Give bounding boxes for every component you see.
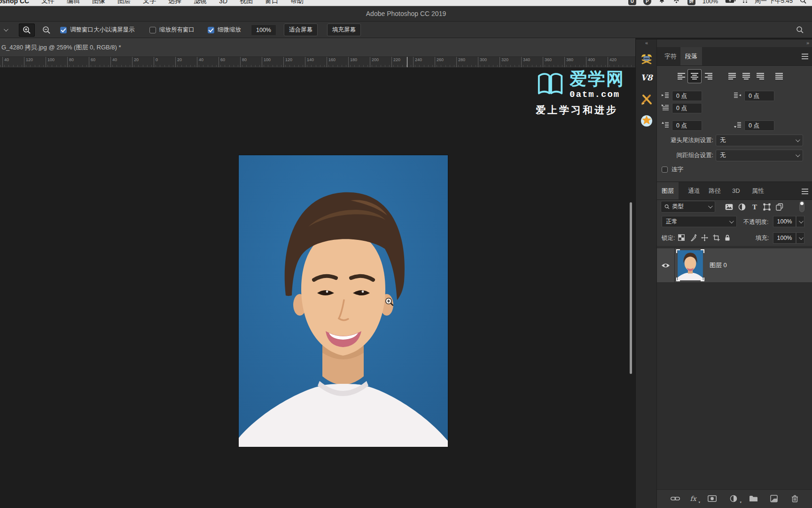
fill-value[interactable]: 100% [773, 232, 796, 244]
menubar-clock[interactable]: 周一 下午5:45 [755, 0, 793, 5]
layer-thumbnail[interactable] [677, 250, 703, 280]
filter-type-layers-icon[interactable]: T [750, 202, 760, 212]
layers-panel-menu-icon[interactable] [802, 191, 808, 192]
lock-image-pixels-icon[interactable] [688, 233, 697, 242]
layer-row-selected[interactable]: 图层 0 [657, 248, 812, 282]
resize-window-checkbox[interactable]: 调整窗口大小以满屏显示 [60, 22, 135, 38]
checkbox-checked-icon[interactable] [60, 27, 67, 33]
menu-type[interactable]: 文字 [143, 0, 156, 5]
menubar-u-badge-icon[interactable]: U [628, 0, 636, 5]
fit-screen-button[interactable]: 适合屏幕 [284, 24, 318, 36]
dock-star-panel-icon[interactable] [640, 114, 654, 128]
input-method-icon[interactable]: 拼 [687, 0, 695, 5]
search-icon[interactable] [796, 22, 804, 38]
space-after-input[interactable]: 0 点 [744, 120, 774, 131]
tab-paths[interactable]: 路径 [704, 182, 726, 199]
dock-crossed-brushes-panel-icon[interactable] [640, 92, 654, 106]
menu-window[interactable]: 窗口 [265, 0, 278, 5]
checkbox-unchecked-icon[interactable] [662, 167, 668, 173]
new-group-folder-icon[interactable] [748, 494, 758, 503]
tab-layers[interactable]: 图层 [657, 182, 679, 199]
opacity-value[interactable]: 100% [773, 216, 796, 227]
menu-image[interactable]: 图像 [92, 0, 105, 5]
align-right-button[interactable] [702, 70, 715, 83]
fill-screen-button[interactable]: 填充屏幕 [327, 24, 361, 36]
collapse-panels-icon[interactable]: « [636, 40, 656, 46]
zoom-100-button[interactable]: 100% [251, 24, 276, 36]
tab-character[interactable]: 字符 [660, 47, 681, 65]
menu-edit[interactable]: 编辑 [67, 0, 80, 5]
chevron-down-icon [796, 152, 800, 157]
add-layer-mask-icon[interactable] [707, 494, 717, 503]
spotlight-search-icon[interactable] [800, 0, 806, 5]
wifi-icon[interactable] [672, 0, 680, 5]
filter-adjustment-layers-icon[interactable] [737, 202, 747, 212]
new-adjustment-layer-icon[interactable]: ▾ [728, 494, 739, 503]
checkbox-checked-icon[interactable] [208, 27, 214, 33]
first-line-indent-input[interactable]: 0 点 [672, 103, 702, 113]
menubar-dots-icon[interactable] [743, 0, 748, 3]
zoom-all-windows-checkbox[interactable]: 缩放所有窗口 [149, 22, 195, 38]
delete-layer-trash-icon[interactable] [789, 494, 800, 503]
scrubby-zoom-checkbox[interactable]: 细微缩放 [208, 22, 241, 38]
filter-smart-object-icon[interactable] [774, 202, 785, 212]
tab-paragraph[interactable]: 段落 [680, 47, 702, 65]
right-indent-input[interactable]: 0 点 [744, 91, 774, 101]
canvas-vertical-scrollbar[interactable] [630, 202, 632, 374]
lock-all-icon[interactable] [723, 233, 732, 242]
menu-file[interactable]: 文件 [41, 0, 55, 5]
tool-preset-chevron-icon[interactable] [4, 22, 7, 38]
kinsoku-select[interactable]: 无 [716, 135, 803, 146]
checkbox-unchecked-icon[interactable] [149, 27, 156, 33]
document-image[interactable] [239, 155, 448, 447]
zoom-out-tool-button[interactable] [39, 24, 55, 37]
filter-shape-layers-icon[interactable] [762, 202, 772, 212]
fill-chevron[interactable] [796, 232, 804, 244]
menu-layer[interactable]: 图层 [117, 0, 131, 5]
menu-help[interactable]: 帮助 [290, 0, 304, 5]
justify-last-left-button[interactable] [726, 70, 739, 83]
blend-mode-select[interactable]: 正常 [662, 216, 737, 227]
paragraph-panel-menu-icon[interactable] [802, 56, 808, 57]
tab-properties[interactable]: 属性 [747, 182, 769, 199]
filter-pixel-layers-icon[interactable] [724, 202, 734, 212]
notification-bell-icon[interactable] [658, 0, 665, 5]
dock-helmet-panel-icon[interactable] [640, 52, 654, 66]
layer-filter-type-select[interactable]: 类型 [661, 201, 715, 213]
document-tab[interactable]: G_4280 拷贝.jpg @ 259% (图层 0, RGB/8) * [0, 38, 635, 57]
opacity-chevron[interactable] [796, 216, 804, 227]
justify-last-right-button[interactable] [754, 70, 767, 83]
new-layer-icon[interactable] [769, 494, 779, 503]
layer-visibility-toggle[interactable] [657, 248, 675, 282]
zoom-in-tool-button[interactable] [19, 24, 35, 37]
layer-name[interactable]: 图层 0 [710, 261, 727, 270]
lock-position-icon[interactable] [700, 233, 709, 242]
hyphenate-checkbox[interactable]: 连字 [662, 166, 683, 174]
lock-artboard-icon[interactable] [711, 233, 721, 242]
menu-view[interactable]: 视图 [240, 0, 253, 5]
expand-panels-icon[interactable]: » [806, 40, 808, 46]
dock-script-panel-icon[interactable]: V8 [640, 71, 654, 85]
space-before-input[interactable]: 0 点 [672, 120, 702, 131]
tab-channels[interactable]: 通道 [683, 182, 705, 199]
tab-3d[interactable]: 3D [727, 182, 745, 199]
menubar-p-badge-icon[interactable]: P [643, 0, 651, 5]
justify-all-button[interactable] [773, 70, 786, 83]
justify-last-center-button[interactable] [740, 70, 753, 83]
lock-transparent-pixels-icon[interactable] [677, 233, 686, 242]
layer-filter-toggle[interactable] [799, 201, 804, 212]
menu-3d[interactable]: 3D [219, 0, 227, 5]
layer-styles-fx-icon[interactable]: fx▾ [688, 494, 698, 503]
link-layers-icon[interactable] [670, 494, 680, 503]
menu-filter[interactable]: 滤镜 [194, 0, 207, 5]
mojikumi-select[interactable]: 无 [716, 150, 803, 161]
align-left-button[interactable] [675, 70, 688, 83]
canvas-area[interactable]: 爱学网 0atm.com 爱上学习和进步 [0, 67, 635, 508]
app-menu-photoshop[interactable]: oshop CC [0, 0, 29, 5]
layer-list[interactable]: 图层 0 [657, 246, 812, 489]
left-indent-input[interactable]: 0 点 [672, 91, 702, 101]
watermark-site-name: 爱学网 [570, 70, 625, 88]
menu-select[interactable]: 选择 [168, 0, 181, 5]
align-center-button[interactable] [688, 70, 701, 83]
horizontal-ruler[interactable]: 4012010080604020020406080100120140160180… [0, 57, 635, 67]
